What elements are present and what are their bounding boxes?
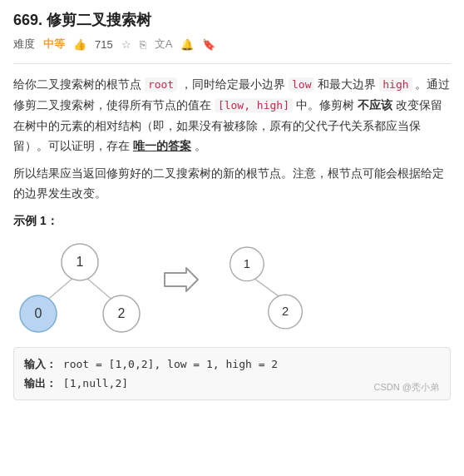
- example-title: 示例 1：: [13, 214, 451, 229]
- diagram-area: 1 0 2 1 2: [13, 237, 451, 337]
- meta-row: 难度 中等 👍 715 ☆ ⎘ 文A 🔔 🔖: [13, 37, 451, 52]
- difficulty-label: 难度: [13, 37, 35, 52]
- like-count: 715: [95, 38, 113, 51]
- tree-after: 1 2: [216, 237, 316, 337]
- desc-para1: 给你二叉搜索树的根节点 root ，同时给定最小边界 low 和最大边界 hig…: [13, 74, 451, 156]
- like-icon: 👍: [73, 38, 86, 51]
- page-footer: 输入： root = [1,0,2], low = 1, high = 2 输出…: [13, 347, 451, 401]
- watermark: CSDN @秃小弟: [374, 381, 439, 394]
- divider: [13, 63, 451, 64]
- input-line: 输入： root = [1,0,2], low = 1, high = 2: [24, 355, 440, 374]
- output-label: 输出：: [24, 377, 57, 389]
- translate-icon: 文A: [155, 37, 173, 52]
- description: 给你二叉搜索树的根节点 root ，同时给定最小边界 low 和最大边界 hig…: [13, 74, 451, 204]
- share-icon: ⎘: [140, 38, 146, 51]
- svg-text:2: 2: [282, 305, 289, 318]
- input-value: root = [1,0,2], low = 1, high = 2: [63, 358, 278, 370]
- tree-before: 1 0 2: [13, 237, 146, 337]
- svg-text:2: 2: [118, 306, 126, 320]
- svg-text:1: 1: [244, 256, 250, 270]
- arrow-icon: [163, 266, 200, 299]
- tree-after-svg: 1 2: [216, 237, 316, 337]
- svg-text:0: 0: [35, 306, 42, 320]
- bell-icon: 🔔: [180, 38, 194, 51]
- difficulty-value: 中等: [43, 37, 65, 52]
- tree-before-svg: 1 0 2: [13, 237, 146, 337]
- output-value: [1,null,2]: [63, 377, 128, 389]
- bookmark-icon: 🔖: [202, 38, 215, 51]
- star-icon: ☆: [121, 38, 131, 51]
- input-label: 输入：: [24, 358, 57, 370]
- svg-text:1: 1: [77, 255, 84, 269]
- svg-marker-8: [165, 268, 198, 291]
- page-title: 669. 修剪二叉搜索树: [13, 10, 451, 30]
- desc-para2: 所以结果应当返回修剪好的二叉搜索树的新的根节点。注意，根节点可能会根据给定的边界…: [13, 163, 451, 204]
